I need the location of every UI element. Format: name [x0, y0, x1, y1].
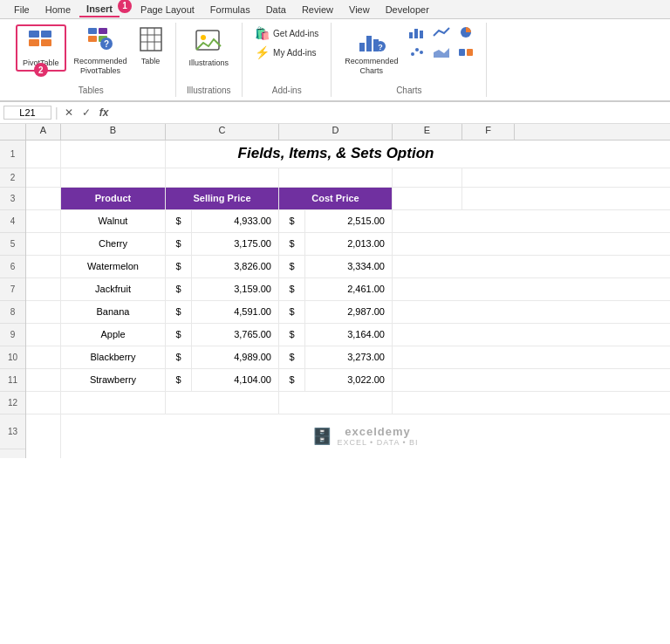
cell-e5[interactable] — [393, 233, 462, 255]
cell-c7-val[interactable]: 3,159.00 — [192, 278, 279, 300]
cell-a8[interactable] — [26, 301, 61, 323]
my-addins-button[interactable]: ⚡ My Add-ins — [251, 44, 322, 61]
cell-c7-dollar[interactable]: $ — [166, 278, 192, 300]
cell-b9[interactable]: Apple — [61, 324, 166, 346]
cell-a1[interactable] — [26, 140, 61, 168]
cell-b12[interactable] — [61, 392, 166, 414]
row-num-13[interactable]: 13 — [0, 414, 25, 449]
recommended-pivottables-button[interactable]: ? RecommendedPivotTables — [70, 24, 132, 79]
row-num-9[interactable]: 9 — [0, 324, 25, 346]
formula-cancel-icon[interactable]: ✕ — [62, 106, 76, 119]
cell-c1-title[interactable]: Fields, Items, & Sets Option — [166, 140, 506, 168]
cell-b11[interactable]: Strawberry — [61, 369, 166, 391]
col-header-a[interactable]: A — [26, 124, 61, 140]
scatter-chart-button[interactable] — [406, 45, 428, 63]
illustrations-button[interactable]: Illustrations — [185, 24, 234, 70]
cell-d4-dollar[interactable]: $ — [279, 210, 305, 232]
line-chart-button[interactable] — [430, 24, 453, 43]
table-button[interactable]: Table — [135, 24, 167, 68]
cell-d11-val[interactable]: 3,022.00 — [305, 369, 393, 391]
cell-d11-dollar[interactable]: $ — [279, 369, 305, 391]
col-header-c[interactable]: C — [166, 124, 279, 140]
cell-e4[interactable] — [393, 210, 462, 232]
cell-d8-dollar[interactable]: $ — [279, 301, 305, 323]
row-num-4[interactable]: 4 — [0, 210, 25, 233]
more-charts-button[interactable] — [455, 45, 477, 63]
cell-d7-val[interactable]: 2,461.00 — [305, 278, 393, 300]
menu-insert[interactable]: Insert — [79, 2, 120, 17]
cell-c5-val[interactable]: 3,175.00 — [192, 233, 279, 255]
cell-c11-dollar[interactable]: $ — [166, 369, 192, 391]
cell-a6[interactable] — [26, 256, 61, 277]
cell-e10[interactable] — [393, 346, 462, 368]
cell-b2[interactable] — [61, 168, 166, 187]
cell-c9-val[interactable]: 3,765.00 — [192, 324, 279, 346]
menu-data[interactable]: Data — [259, 3, 293, 17]
row-num-2[interactable]: 2 — [0, 168, 25, 188]
cell-d10-val[interactable]: 3,273.00 — [305, 346, 393, 368]
cell-d8-val[interactable]: 2,987.00 — [305, 301, 393, 323]
menu-file[interactable]: File — [7, 3, 37, 17]
cell-a10[interactable] — [26, 346, 61, 368]
row-num-6[interactable]: 6 — [0, 256, 25, 278]
cell-d2[interactable] — [279, 168, 393, 187]
cell-a13[interactable] — [26, 414, 61, 458]
pie-chart-button[interactable] — [455, 24, 477, 43]
cell-a11[interactable] — [26, 369, 61, 391]
cell-e9[interactable] — [393, 324, 462, 346]
formula-input[interactable] — [114, 106, 667, 119]
row-num-7[interactable]: 7 — [0, 278, 25, 301]
cell-c8-val[interactable]: 4,591.00 — [192, 301, 279, 323]
cell-b5[interactable]: Cherry — [61, 233, 166, 255]
cell-c4-dollar[interactable]: $ — [166, 210, 192, 232]
cell-a2[interactable] — [26, 168, 61, 187]
menu-home[interactable]: Home — [38, 3, 78, 17]
cell-c10-val[interactable]: 4,989.00 — [192, 346, 279, 368]
cell-c12[interactable] — [166, 392, 279, 414]
cell-d7-dollar[interactable]: $ — [279, 278, 305, 300]
cell-a5[interactable] — [26, 233, 61, 255]
cell-a9[interactable] — [26, 324, 61, 346]
cell-b10[interactable]: Blackberry — [61, 346, 166, 368]
cell-d10-dollar[interactable]: $ — [279, 346, 305, 368]
cell-e6[interactable] — [393, 256, 462, 277]
cell-reference-box[interactable]: L21 — [3, 106, 51, 120]
cell-c10-dollar[interactable]: $ — [166, 346, 192, 368]
row-num-3[interactable]: 3 — [0, 188, 25, 210]
cell-e11[interactable] — [393, 369, 462, 391]
cell-d9-dollar[interactable]: $ — [279, 324, 305, 346]
cell-b3-header[interactable]: Product — [61, 188, 166, 209]
formula-confirm-icon[interactable]: ✓ — [79, 106, 93, 119]
menu-developer[interactable]: Developer — [379, 3, 436, 17]
cell-b1[interactable] — [61, 140, 166, 168]
cell-d6-dollar[interactable]: $ — [279, 256, 305, 277]
cell-b8[interactable]: Banana — [61, 301, 166, 323]
recommended-charts-button[interactable]: ? RecommendedCharts — [340, 24, 402, 79]
cell-e8[interactable] — [393, 301, 462, 323]
col-header-b[interactable]: B — [61, 124, 166, 140]
cell-c6-dollar[interactable]: $ — [166, 256, 192, 277]
cell-d9-val[interactable]: 3,164.00 — [305, 324, 393, 346]
row-num-1[interactable]: 1 — [0, 140, 25, 168]
cell-c4-val[interactable]: 4,933.00 — [192, 210, 279, 232]
cell-b7[interactable]: Jackfruit — [61, 278, 166, 300]
cell-b4[interactable]: Walnut — [61, 210, 166, 232]
cell-e7[interactable] — [393, 278, 462, 300]
cell-d12[interactable] — [279, 392, 393, 414]
cell-c8-dollar[interactable]: $ — [166, 301, 192, 323]
cell-d4-val[interactable]: 2,515.00 — [305, 210, 393, 232]
cell-c5-dollar[interactable]: $ — [166, 233, 192, 255]
area-chart-button[interactable] — [430, 45, 453, 63]
cell-c6-val[interactable]: 3,826.00 — [192, 256, 279, 277]
cell-d5-val[interactable]: 2,013.00 — [305, 233, 393, 255]
col-header-e[interactable]: E — [393, 124, 462, 140]
bar-chart-button[interactable] — [406, 24, 428, 43]
cell-d3-header[interactable]: Cost Price — [279, 188, 393, 209]
menu-view[interactable]: View — [342, 3, 377, 17]
cell-a4[interactable] — [26, 210, 61, 232]
cell-a12[interactable] — [26, 392, 61, 414]
row-num-10[interactable]: 10 — [0, 346, 25, 369]
row-num-5[interactable]: 5 — [0, 233, 25, 256]
formula-fx-icon[interactable]: fx — [97, 106, 112, 119]
row-num-8[interactable]: 8 — [0, 301, 25, 324]
